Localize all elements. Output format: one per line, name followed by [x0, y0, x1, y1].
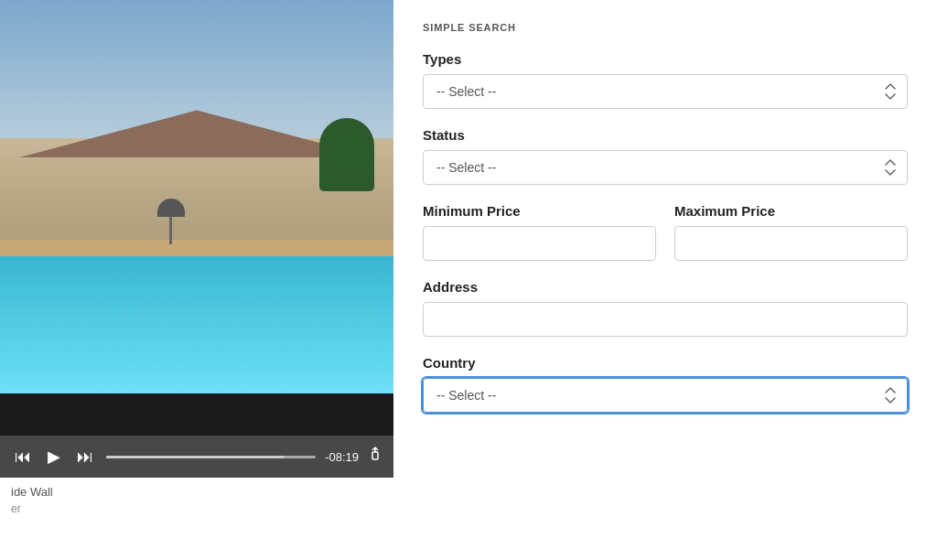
share-button[interactable]	[368, 447, 382, 467]
types-select-wrapper: -- Select -- House Apartment Condo Land	[423, 74, 908, 109]
caption-title: ide Wall	[11, 485, 382, 499]
scene-pool	[0, 256, 393, 394]
address-input[interactable]	[423, 302, 908, 337]
min-price-input[interactable]	[423, 226, 656, 261]
status-group: Status -- Select -- For Sale For Rent So…	[423, 127, 908, 185]
scene-pool-edge	[0, 240, 393, 255]
price-group: Minimum Price Maximum Price	[423, 203, 908, 261]
rewind-button[interactable]: ⏮	[11, 444, 35, 470]
max-price-input[interactable]	[674, 226, 908, 261]
svg-rect-0	[372, 452, 378, 459]
status-select-wrapper: -- Select -- For Sale For Rent Sold Pend…	[423, 150, 908, 185]
max-price-group: Maximum Price	[674, 203, 908, 261]
play-button[interactable]: ▶	[44, 443, 64, 470]
types-label: Types	[423, 51, 908, 67]
progress-bar[interactable]	[106, 456, 316, 458]
status-label: Status	[423, 127, 908, 143]
min-price-label: Minimum Price	[423, 203, 656, 219]
country-select-wrapper: -- Select -- United States Canada Mexico…	[423, 378, 908, 413]
video-controls: ⏮ ▶ ⏭ -08:19	[0, 436, 393, 478]
types-group: Types -- Select -- House Apartment Condo…	[423, 51, 908, 109]
status-select[interactable]: -- Select -- For Sale For Rent Sold Pend…	[423, 150, 908, 185]
media-caption: ide Wall er	[0, 478, 393, 560]
section-title: SIMPLE SEARCH	[423, 22, 908, 33]
address-group: Address	[423, 279, 908, 337]
caption-subtitle: er	[11, 502, 382, 515]
media-player: ⏮ ▶ ⏭ -08:19 ide Wall er	[0, 0, 393, 560]
country-label: Country	[423, 355, 908, 371]
country-select[interactable]: -- Select -- United States Canada Mexico…	[423, 378, 908, 413]
scene-trees	[319, 118, 374, 191]
media-image	[0, 0, 393, 393]
time-display: -08:19	[325, 450, 359, 464]
progress-fill	[106, 456, 285, 458]
address-label: Address	[423, 279, 908, 295]
search-form-panel: SIMPLE SEARCH Types -- Select -- House A…	[393, 0, 937, 560]
types-select[interactable]: -- Select -- House Apartment Condo Land	[423, 74, 908, 109]
country-group: Country -- Select -- United States Canad…	[423, 355, 908, 413]
min-price-group: Minimum Price	[423, 203, 656, 261]
max-price-label: Maximum Price	[674, 203, 908, 219]
scene-umbrella	[157, 199, 185, 244]
fast-forward-button[interactable]: ⏭	[73, 444, 97, 470]
